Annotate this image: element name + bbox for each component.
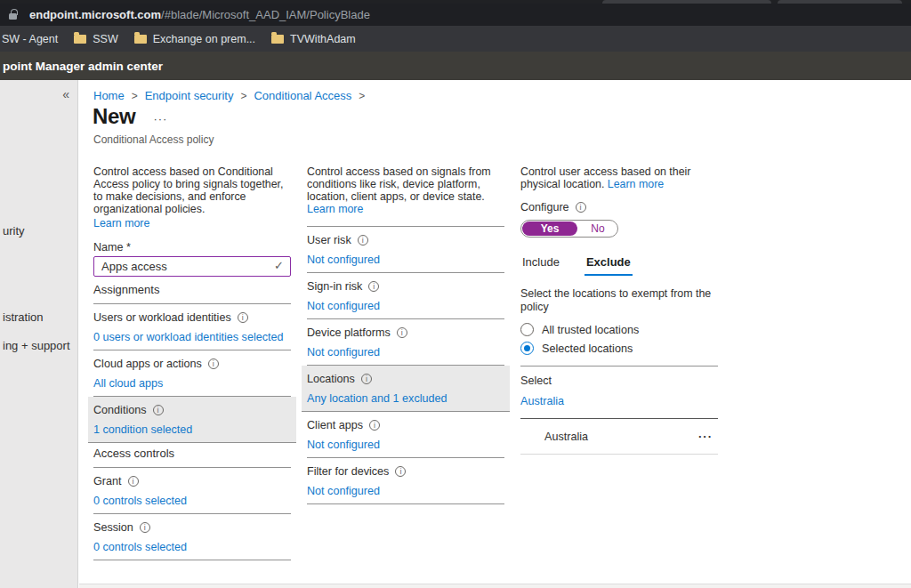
- breadcrumb-home[interactable]: Home: [93, 89, 125, 102]
- info-icon[interactable]: [361, 374, 372, 384]
- checkmark-icon: ✓: [274, 259, 284, 272]
- tab-exclude[interactable]: Exclude: [584, 255, 633, 276]
- sidebar-item-tenant-administration[interactable]: istration: [3, 310, 44, 324]
- tab-include[interactable]: Include: [520, 255, 561, 276]
- radio-all-trusted-locations[interactable]: All trusted locations: [520, 323, 718, 336]
- folder-icon: [134, 35, 147, 44]
- info-icon[interactable]: [153, 405, 164, 415]
- filter-for-devices-label: Filter for devices: [307, 465, 504, 478]
- info-icon[interactable]: [397, 327, 407, 338]
- bookmark-folder-tvwithadam[interactable]: TVWithAdam: [271, 33, 356, 45]
- bookmark-label: SSW: [93, 33, 117, 45]
- client-apps-field: Client apps Not configured: [307, 412, 504, 458]
- main-content: Home > Endpoint security > Conditional A…: [79, 80, 911, 588]
- grant-label: Grant: [93, 475, 291, 487]
- cloud-apps-field: Cloud apps or actions All cloud apps: [93, 350, 291, 397]
- url-text: endpoint.microsoft.com/#blade/Microsoft_…: [29, 8, 370, 21]
- breadcrumb-conditional-access[interactable]: Conditional Access: [254, 89, 351, 102]
- toggle-no-button[interactable]: No: [578, 221, 617, 237]
- grant-controls-link[interactable]: 0 controls selected: [93, 495, 187, 507]
- page-subtitle: Conditional Access policy: [93, 133, 214, 146]
- radio-checked-icon[interactable]: [520, 342, 534, 355]
- users-field: Users or workload identities 0 users or …: [93, 304, 291, 350]
- bookmark-folder-exchange[interactable]: Exchange on prem...: [134, 33, 255, 45]
- user-risk-label: User risk: [307, 234, 504, 246]
- bottom-bar: [79, 584, 911, 588]
- lock-icon[interactable]: [9, 13, 17, 20]
- page-title: New: [93, 104, 135, 129]
- sign-in-risk-field: Sign-in risk Not configured: [307, 273, 504, 319]
- conditions-intro-text: Control access based on signals from con…: [307, 165, 504, 215]
- users-label: Users or workload identities: [93, 311, 291, 324]
- bookmark-label: TVWithAdam: [290, 33, 356, 45]
- info-icon[interactable]: [576, 202, 586, 213]
- access-controls-header: Access controls: [93, 447, 291, 468]
- info-icon[interactable]: [358, 235, 368, 246]
- bookmarks-bar: SW - Agent SSW Exchange on prem... TVWit…: [0, 26, 911, 52]
- admin-center-header: point Manager admin center: [0, 52, 911, 80]
- name-input[interactable]: [93, 256, 291, 277]
- row-more-options-icon[interactable]: ···: [698, 430, 713, 443]
- sign-in-risk-link[interactable]: Not configured: [307, 300, 380, 312]
- conditions-column: Control access based on signals from con…: [307, 165, 504, 504]
- cloud-apps-label: Cloud apps or actions: [93, 358, 291, 370]
- left-nav-panel: « urity istration ing + support: [0, 80, 78, 588]
- sidebar-item-troubleshooting-support[interactable]: ing + support: [3, 339, 70, 352]
- locations-column: Control user access based on their physi…: [520, 165, 718, 455]
- radio-icon[interactable]: [520, 323, 534, 336]
- user-risk-link[interactable]: Not configured: [307, 254, 380, 266]
- policy-intro-text: Control access based on Conditional Acce…: [93, 165, 291, 215]
- chevron-right-icon: >: [240, 90, 246, 102]
- info-icon[interactable]: [208, 358, 219, 369]
- info-icon[interactable]: [395, 466, 406, 477]
- select-label: Select: [520, 375, 718, 387]
- conditions-label: Conditions: [93, 404, 291, 416]
- admin-center-title: point Manager admin center: [3, 60, 163, 73]
- info-icon[interactable]: [140, 522, 150, 533]
- info-icon[interactable]: [369, 420, 380, 431]
- location-name: Australia: [544, 431, 588, 443]
- device-platforms-link[interactable]: Not configured: [307, 346, 380, 358]
- locations-learn-more-link[interactable]: Learn more: [608, 178, 664, 190]
- conditions-field: Conditions 1 condition selected: [88, 397, 296, 443]
- info-icon[interactable]: [128, 476, 139, 487]
- conditions-selected-link[interactable]: 1 condition selected: [93, 423, 192, 436]
- address-bar[interactable]: endpoint.microsoft.com/#blade/Microsoft_…: [0, 4, 911, 26]
- name-input-wrap: ✓: [93, 256, 291, 277]
- required-mark: *: [126, 241, 131, 254]
- sign-in-risk-label: Sign-in risk: [307, 280, 504, 293]
- locations-link[interactable]: Any location and 1 excluded: [307, 392, 447, 405]
- client-apps-link[interactable]: Not configured: [307, 439, 380, 451]
- bookmark-label: SW - Agent: [2, 33, 58, 45]
- device-platforms-field: Device platforms Not configured: [307, 319, 504, 366]
- selected-location-row[interactable]: Australia ···: [520, 419, 718, 443]
- info-icon[interactable]: [238, 312, 248, 323]
- users-selected-link[interactable]: 0 users or workload identities selected: [93, 331, 284, 343]
- session-controls-link[interactable]: 0 controls selected: [93, 541, 187, 553]
- filter-for-devices-link[interactable]: Not configured: [307, 485, 380, 497]
- bookmark-label: Exchange on prem...: [153, 33, 255, 45]
- assignments-header: Assignments: [93, 283, 291, 304]
- toggle-yes-button[interactable]: Yes: [522, 222, 577, 236]
- bookmark-folder-ssw[interactable]: SSW: [74, 33, 117, 45]
- locations-intro-text: Control user access based on their physi…: [520, 165, 718, 190]
- radio-selected-locations[interactable]: Selected locations: [520, 342, 718, 355]
- divider: [520, 366, 718, 366]
- bookmark-item[interactable]: SW - Agent: [2, 33, 58, 45]
- user-risk-field: User risk Not configured: [307, 227, 504, 273]
- locations-field: Locations Any location and 1 excluded: [302, 366, 510, 412]
- info-icon[interactable]: [368, 281, 379, 292]
- conditions-learn-more-link[interactable]: Learn more: [307, 203, 363, 215]
- session-label: Session: [93, 521, 291, 534]
- page-title-row: New ···: [93, 104, 167, 129]
- breadcrumb-endpoint-security[interactable]: Endpoint security: [145, 89, 234, 102]
- exempt-description: Select the locations to exempt from the …: [520, 287, 718, 314]
- collapse-sidebar-icon[interactable]: «: [62, 87, 69, 101]
- client-apps-label: Client apps: [307, 419, 504, 431]
- policy-learn-more-link[interactable]: Learn more: [93, 217, 149, 230]
- select-location-link[interactable]: Australia: [520, 395, 564, 407]
- divider: [520, 454, 718, 455]
- sidebar-item-endpoint-security[interactable]: urity: [3, 224, 25, 238]
- cloud-apps-link[interactable]: All cloud apps: [93, 377, 163, 390]
- more-options-icon[interactable]: ···: [153, 112, 167, 125]
